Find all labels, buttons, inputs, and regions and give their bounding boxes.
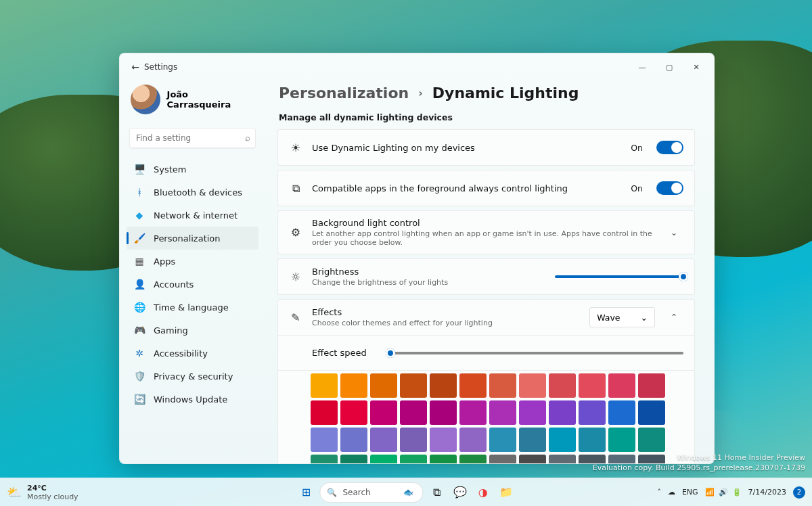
sidebar-item-network-internet[interactable]: ◆Network & internet	[127, 204, 258, 227]
color-swatch[interactable]	[430, 428, 457, 452]
sidebar-item-accessibility[interactable]: ✲Accessibility	[127, 342, 258, 365]
color-swatch[interactable]	[549, 428, 576, 452]
sidebar-item-bluetooth-devices[interactable]: ᚼBluetooth & devices	[127, 181, 258, 204]
sidebar-item-time-language[interactable]: 🌐Time & language	[127, 296, 258, 319]
nav-label: Network & internet	[154, 210, 238, 221]
user-block[interactable]: João Carrasqueira	[127, 80, 258, 124]
settings-window: ← Settings — ▢ ✕ João Carrasqueira ⌕ 🖥️S…	[119, 53, 715, 464]
color-swatch[interactable]	[340, 373, 367, 398]
brightness-title: Brightness	[312, 267, 545, 277]
sidebar-item-privacy-security[interactable]: 🛡️Privacy & security	[127, 365, 258, 388]
chevron-up-icon[interactable]: ⌃	[664, 313, 683, 322]
color-swatch[interactable]	[340, 455, 367, 463]
color-swatch[interactable]	[519, 455, 546, 463]
nav-label: Time & language	[154, 302, 229, 313]
color-swatch[interactable]	[370, 455, 397, 463]
color-swatch[interactable]	[549, 373, 576, 398]
color-swatch[interactable]	[489, 428, 516, 452]
color-swatch[interactable]	[549, 455, 576, 463]
color-swatch[interactable]	[311, 400, 338, 425]
taskbar-weather[interactable]: ⛅ 24°C Mostly cloudy	[7, 484, 78, 501]
color-swatch[interactable]	[579, 428, 606, 452]
effect-speed-label: Effect speed	[312, 348, 367, 358]
onedrive-icon[interactable]: ☁	[668, 488, 675, 497]
color-swatch[interactable]	[489, 455, 516, 463]
color-swatch[interactable]	[579, 373, 606, 398]
sidebar-search[interactable]: ⌕	[129, 128, 256, 148]
search-input[interactable]	[129, 128, 256, 148]
nav-icon: ᚼ	[133, 186, 145, 198]
color-swatch[interactable]	[459, 373, 487, 398]
color-swatch[interactable]	[489, 373, 516, 398]
color-swatch[interactable]	[519, 400, 546, 425]
chevron-right-icon: ›	[418, 87, 423, 99]
row-background-light[interactable]: ⚙ Background light control Let another a…	[278, 211, 694, 254]
maximize-button[interactable]: ▢	[656, 57, 683, 77]
color-swatch[interactable]	[459, 428, 487, 452]
color-swatch[interactable]	[549, 400, 576, 425]
color-swatch[interactable]	[370, 428, 397, 452]
taskbar-search[interactable]: 🔍 Search 🐟	[319, 482, 423, 503]
row-use-dynamic-lighting: ☀ Use Dynamic Lighting on my devices On	[278, 130, 694, 165]
tray-language[interactable]: ENG	[682, 488, 698, 497]
taskbar-app-chat[interactable]: 💬	[451, 483, 470, 502]
chevron-down-icon[interactable]: ⌄	[664, 228, 683, 237]
color-swatch[interactable]	[608, 428, 635, 452]
color-swatch[interactable]	[459, 455, 487, 463]
color-swatch[interactable]	[311, 373, 338, 398]
color-swatch[interactable]	[400, 400, 427, 425]
notification-badge[interactable]: 2	[793, 486, 805, 499]
color-swatch[interactable]	[400, 428, 427, 452]
nav-icon: ▦	[133, 255, 145, 267]
color-swatch[interactable]	[370, 373, 397, 398]
color-swatch[interactable]	[519, 428, 546, 452]
sun-icon: ☼	[289, 271, 302, 283]
close-button[interactable]: ✕	[683, 57, 710, 77]
task-view-button[interactable]: ⧉	[428, 483, 447, 502]
window-title: Settings	[144, 62, 177, 72]
start-button[interactable]: ⊞	[296, 483, 315, 502]
taskbar-app-explorer[interactable]: 📁	[497, 483, 516, 502]
sidebar-item-accounts[interactable]: 👤Accounts	[127, 273, 258, 296]
sidebar-item-windows-update[interactable]: 🔄Windows Update	[127, 388, 258, 411]
effects-dropdown[interactable]: Wave ⌄	[589, 307, 655, 327]
sidebar-item-personalization[interactable]: 🖌️Personalization	[127, 227, 258, 250]
color-swatch[interactable]	[430, 455, 457, 463]
color-swatch[interactable]	[430, 373, 457, 398]
color-swatch[interactable]	[519, 373, 546, 398]
row-effects-card: ✎ Effects Choose color themes and effect…	[277, 299, 695, 463]
use-dl-toggle[interactable]	[656, 141, 683, 154]
back-button[interactable]: ←	[127, 62, 144, 72]
color-swatch[interactable]	[370, 400, 397, 425]
color-swatch[interactable]	[311, 455, 338, 463]
taskbar-app-vivaldi[interactable]: ◑	[474, 483, 493, 502]
color-swatch[interactable]	[489, 400, 516, 425]
color-swatch[interactable]	[340, 428, 367, 452]
color-swatch[interactable]	[459, 400, 487, 425]
compat-toggle[interactable]	[656, 181, 683, 195]
color-swatch[interactable]	[608, 400, 635, 425]
color-swatch[interactable]	[638, 373, 665, 398]
search-icon: 🔍	[327, 488, 337, 497]
tray-overflow-icon[interactable]: ˄	[657, 488, 661, 497]
effect-speed-slider[interactable]	[386, 352, 683, 354]
brightness-slider[interactable]	[555, 275, 683, 278]
nav-label: Apps	[154, 256, 175, 267]
minimize-button[interactable]: —	[629, 57, 656, 77]
color-swatch[interactable]	[638, 428, 665, 452]
sidebar-item-system[interactable]: 🖥️System	[127, 158, 258, 181]
breadcrumb-parent[interactable]: Personalization	[279, 85, 409, 101]
color-swatch[interactable]	[311, 428, 338, 452]
sidebar-item-gaming[interactable]: 🎮Gaming	[127, 319, 258, 342]
color-swatch[interactable]	[579, 400, 606, 425]
color-swatch[interactable]	[430, 400, 457, 425]
nav-icon: 🔄	[133, 393, 145, 405]
color-swatch[interactable]	[608, 373, 635, 398]
color-swatch[interactable]	[400, 373, 427, 398]
tray-clock[interactable]: 7/14/2023	[748, 488, 786, 497]
color-swatch[interactable]	[340, 400, 367, 425]
tray-network-sound-battery[interactable]: 📶 🔊 🔋	[705, 488, 742, 497]
color-swatch[interactable]	[400, 455, 427, 463]
color-swatch[interactable]	[638, 400, 665, 425]
sidebar-item-apps[interactable]: ▦Apps	[127, 250, 258, 273]
